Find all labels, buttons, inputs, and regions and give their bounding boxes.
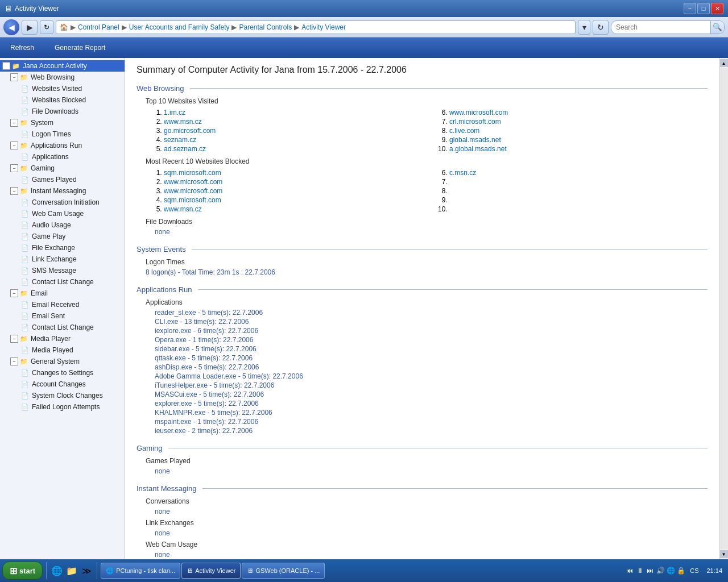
sidebar-failed-logon[interactable]: 📄 Failed Logon Attempts <box>0 401 125 413</box>
gen-toggle[interactable]: − <box>10 357 18 365</box>
website-link[interactable]: global.msads.net <box>449 136 501 144</box>
sidebar-system[interactable]: − 📁 System <box>0 117 125 128</box>
sidebar-email-contact-label: Contact List Change <box>32 323 94 331</box>
blocked-right-list: c.msn.cz <box>449 169 708 213</box>
web-toggle[interactable]: − <box>10 73 18 81</box>
scroll-down[interactable]: ▼ <box>720 550 728 558</box>
path-control-panel[interactable]: Control Panel <box>78 23 119 31</box>
sidebar-root[interactable]: − 📁 Jana Account Activity <box>0 60 125 72</box>
path-parental-controls[interactable]: Parental Controls <box>239 23 292 31</box>
sidebar-audio[interactable]: 📄 Audio Usage <box>0 219 125 231</box>
sidebar-email-received[interactable]: 📄 Email Received <box>0 299 125 310</box>
sidebar-account-changes[interactable]: 📄 Account Changes <box>0 379 125 390</box>
im-toggle[interactable]: − <box>10 187 18 195</box>
taskbar-extra-icon[interactable]: ≫ <box>80 564 93 577</box>
sidebar-websites-blocked[interactable]: 📄 Websites Blocked <box>0 94 125 106</box>
gaming-toggle[interactable]: − <box>10 164 18 172</box>
sidebar-logon-times[interactable]: 📄 Logon Times <box>0 128 125 140</box>
top10-header: Top 10 Websites Visited <box>146 97 708 105</box>
scrollbar[interactable]: ▲ ▼ <box>719 58 728 559</box>
website-link[interactable]: a.global.msads.net <box>449 145 507 153</box>
path-activity-viewer[interactable]: Activity Viewer <box>301 23 346 31</box>
path-user-accounts[interactable]: User Accounts and Family Safety <box>129 23 230 31</box>
blocked-link[interactable]: sqm.microsoft.com <box>164 196 221 204</box>
app-item: ieuser.exe - 2 time(s): 22.7.2006 <box>155 427 708 435</box>
sidebar-websites-visited[interactable]: 📄 Websites Visited <box>0 83 125 94</box>
sidebar-media-played[interactable]: 📄 Media Played <box>0 344 125 356</box>
sidebar-conversation[interactable]: 📄 Conversation Initiation <box>0 197 125 208</box>
apps-folder-icon: 📁 <box>19 141 28 150</box>
blocked-link[interactable]: sqm.microsoft.com <box>164 169 221 177</box>
sidebar-account-changes-label: Account Changes <box>32 380 86 388</box>
sidebar-sms[interactable]: 📄 SMS Message <box>0 265 125 276</box>
taskbar-folder-icon[interactable]: 📁 <box>65 564 78 577</box>
blocked-link[interactable]: www.microsoft.com <box>164 187 222 195</box>
back-button[interactable]: ◀ <box>3 19 19 35</box>
play-tray-icon[interactable]: ⏸ <box>635 566 644 575</box>
maximize-button[interactable]: □ <box>697 3 710 14</box>
taskbar-btn-activity[interactable]: 🖥 Activity Viewer <box>181 563 241 579</box>
sidebar-apps-run[interactable]: − 📁 Applications Run <box>0 140 125 151</box>
taskbar-ie-icon[interactable]: 🌐 <box>50 564 64 577</box>
sidebar-file-downloads[interactable]: 📄 File Downloads <box>0 106 125 117</box>
sidebar-im[interactable]: − 📁 Instant Messaging <box>0 185 125 197</box>
sidebar-games-played[interactable]: 📄 Games Played <box>0 174 125 185</box>
forward-button[interactable]: ▶ <box>22 20 38 35</box>
taskbar-btn-pctuning[interactable]: 🌐 PCtuning - tisk clan... <box>101 563 180 579</box>
website-link[interactable]: 1.im.cz <box>164 109 185 117</box>
sidebar-email-sent[interactable]: 📄 Email Sent <box>0 310 125 322</box>
sidebar-im-contact[interactable]: 📄 Contact List Change <box>0 276 125 288</box>
scroll-up[interactable]: ▲ <box>720 59 728 67</box>
website-link[interactable]: www.msn.cz <box>164 118 202 126</box>
sidebar-webcam[interactable]: 📄 Web Cam Usage <box>0 208 125 219</box>
sidebar-gameplay[interactable]: 📄 Game Play <box>0 231 125 242</box>
nav-refresh-button[interactable]: ↻ <box>593 20 609 35</box>
app-item: iTunesHelper.exe - 5 time(s): 22.7.2006 <box>155 381 708 389</box>
sidebar-file-downloads-label: File Downloads <box>32 107 78 115</box>
blocked-link[interactable]: www.microsoft.com <box>164 178 222 186</box>
blocked10-columns: sqm.microsoft.com www.microsoft.com www.… <box>136 168 708 214</box>
website-link[interactable]: seznam.cz <box>164 136 196 144</box>
network-tray-icon[interactable]: 🌐 <box>666 566 675 575</box>
sidebar-email[interactable]: − 📁 Email <box>0 288 125 299</box>
sidebar-gaming[interactable]: − 📁 Gaming <box>0 163 125 174</box>
website-link[interactable]: crl.microsoft.com <box>449 118 501 126</box>
minimize-button[interactable]: − <box>684 3 696 14</box>
search-input[interactable] <box>611 23 710 31</box>
main-layout: − 📁 Jana Account Activity − 📁 Web Browsi… <box>0 58 728 559</box>
close-button[interactable]: ✕ <box>711 3 723 14</box>
security-tray-icon[interactable]: 🔒 <box>676 566 685 575</box>
taskbar-btn-gsweb[interactable]: 🖥 GSWeb (ORACLE) - ... <box>242 563 325 579</box>
website-link[interactable]: ad.seznam.cz <box>164 145 206 153</box>
media-toggle[interactable]: − <box>10 335 18 343</box>
dropdown-button[interactable]: ▾ <box>578 20 590 35</box>
apps-toggle[interactable]: − <box>10 142 18 149</box>
volume-tray-icon[interactable]: 🔊 <box>656 566 665 575</box>
website-link[interactable]: go.microsoft.com <box>164 127 216 135</box>
media-tray-icon[interactable]: ⏮ <box>625 566 634 575</box>
next-tray-icon[interactable]: ⏭ <box>646 566 655 575</box>
sidebar-media-player[interactable]: − 📁 Media Player <box>0 333 125 344</box>
sys-toggle[interactable]: − <box>10 119 18 127</box>
email-toggle[interactable]: − <box>10 289 18 297</box>
website-link[interactable]: c.live.com <box>449 127 479 135</box>
address-refresh-button[interactable]: ↻ <box>40 20 53 34</box>
root-toggle[interactable]: − <box>2 62 10 70</box>
sidebar-file-exchange[interactable]: 📄 File Exchange <box>0 242 125 253</box>
search-button[interactable]: 🔍 <box>710 21 724 34</box>
sidebar-web-browsing[interactable]: − 📁 Web Browsing <box>0 72 125 83</box>
website-link[interactable]: www.microsoft.com <box>449 109 508 117</box>
sidebar-link-exchange[interactable]: 📄 Link Exchange <box>0 253 125 265</box>
blocked-link[interactable]: c.msn.cz <box>449 169 476 177</box>
sidebar-general-system[interactable]: − 📁 General System <box>0 356 125 367</box>
blocked-link[interactable]: www.msn.cz <box>164 205 202 213</box>
sidebar-email-contact[interactable]: 📄 Contact List Change <box>0 322 125 333</box>
start-button[interactable]: ⊞ start <box>2 562 43 580</box>
list-item: sqm.microsoft.com <box>164 169 422 177</box>
sidebar-applications[interactable]: 📄 Applications <box>0 151 125 163</box>
sidebar-clock-changes[interactable]: 📄 System Clock Changes <box>0 390 125 401</box>
refresh-button[interactable]: Refresh <box>6 41 39 54</box>
generate-report-button[interactable]: Generate Report <box>50 41 110 54</box>
sidebar-changes-settings[interactable]: 📄 Changes to Settings <box>0 367 125 379</box>
sidebar-file-exchange-label: File Exchange <box>32 244 75 252</box>
